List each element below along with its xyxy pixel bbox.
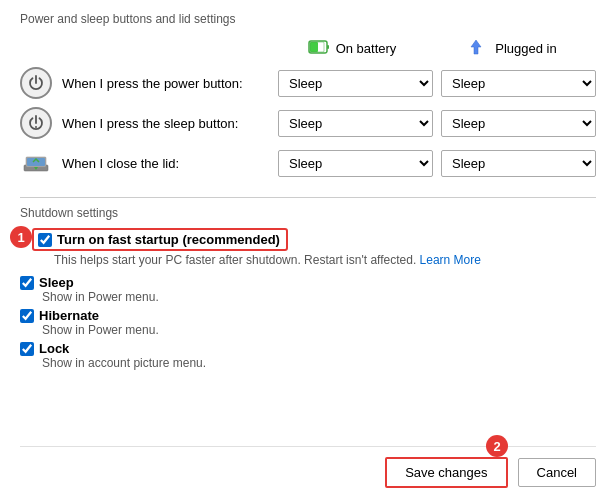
badge-2: 2 [486,435,508,457]
power-button-icon [20,67,52,99]
svg-point-4 [35,126,37,128]
hibernate-option-label[interactable]: Hibernate [39,308,99,323]
lid-dropdowns: Sleep Do nothing Hibernate Shut down Tur… [278,150,596,177]
sleep-button-on-battery-select[interactable]: Sleep Do nothing Hibernate Shut down Tur… [278,110,433,137]
save-changes-button[interactable]: Save changes [385,457,507,488]
sleep-button-on-battery-wrap: Sleep Do nothing Hibernate Shut down Tur… [278,110,433,137]
fast-startup-container: 1 Turn on fast startup (recommended) Thi… [20,228,596,273]
lock-option-row: Lock Show in account picture menu. [20,341,596,370]
lid-row: When I close the lid: Sleep Do nothing H… [20,147,596,179]
lid-on-battery-wrap: Sleep Do nothing Hibernate Shut down Tur… [278,150,433,177]
plugged-in-label: Plugged in [495,41,556,56]
power-button-text: When I press the power button: [62,76,243,91]
lock-checkbox[interactable] [20,342,34,356]
sleep-button-row: When I press the sleep button: Sleep Do … [20,107,596,139]
hibernate-option-top: Hibernate [20,308,596,323]
on-battery-header: On battery [272,36,432,61]
column-headers: On battery Plugged in [20,36,596,61]
lid-icon [20,147,52,179]
section-title: Power and sleep buttons and lid settings [20,12,596,26]
fast-startup-description-text: This helps start your PC faster after sh… [54,253,416,267]
sleep-checkbox[interactable] [20,276,34,290]
sleep-option-desc: Show in Power menu. [42,290,596,304]
hibernate-checkbox[interactable] [20,309,34,323]
lock-option-top: Lock [20,341,596,356]
fast-startup-label[interactable]: Turn on fast startup (recommended) [57,232,280,247]
sleep-button-text: When I press the sleep button: [62,116,238,131]
lid-plugged-in-select[interactable]: Sleep Do nothing Hibernate Shut down Tur… [441,150,596,177]
power-button-label-group: When I press the power button: [20,67,278,99]
power-button-on-battery-select[interactable]: Sleep Do nothing Hibernate Shut down Tur… [278,70,433,97]
power-button-dropdowns: Sleep Do nothing Hibernate Shut down Tur… [278,70,596,97]
sleep-option-row: Sleep Show in Power menu. [20,275,596,304]
plugged-in-header: Plugged in [432,36,592,61]
hibernate-option-desc: Show in Power menu. [42,323,596,337]
svg-rect-2 [310,42,318,52]
sleep-option-top: Sleep [20,275,596,290]
on-battery-label: On battery [336,41,397,56]
shutdown-title: Shutdown settings [20,206,596,220]
learn-more-link[interactable]: Learn More [420,253,481,267]
plugin-icon [467,36,489,61]
sleep-option-label[interactable]: Sleep [39,275,74,290]
power-button-row: When I press the power button: Sleep Do … [20,67,596,99]
lock-option-label[interactable]: Lock [39,341,69,356]
power-button-plugged-in-wrap: Sleep Do nothing Hibernate Shut down Tur… [441,70,596,97]
footer: 2 Save changes Cancel [20,446,596,488]
sleep-button-dropdowns: Sleep Do nothing Hibernate Shut down Tur… [278,110,596,137]
lid-label-group: When I close the lid: [20,147,278,179]
cancel-button[interactable]: Cancel [518,458,596,487]
power-button-on-battery-wrap: Sleep Do nothing Hibernate Shut down Tur… [278,70,433,97]
fast-startup-box: Turn on fast startup (recommended) [32,228,288,251]
hibernate-option-row: Hibernate Show in Power menu. [20,308,596,337]
battery-icon [308,36,330,61]
lock-option-desc: Show in account picture menu. [42,356,596,370]
fast-startup-checkbox[interactable] [38,233,52,247]
power-button-plugged-in-select[interactable]: Sleep Do nothing Hibernate Shut down Tur… [441,70,596,97]
svg-rect-1 [327,45,329,49]
sleep-button-label-group: When I press the sleep button: [20,107,278,139]
lid-text: When I close the lid: [62,156,179,171]
sleep-button-plugged-in-select[interactable]: Sleep Do nothing Hibernate Shut down Tur… [441,110,596,137]
lid-on-battery-select[interactable]: Sleep Do nothing Hibernate Shut down Tur… [278,150,433,177]
sleep-button-plugged-in-wrap: Sleep Do nothing Hibernate Shut down Tur… [441,110,596,137]
lid-plugged-in-wrap: Sleep Do nothing Hibernate Shut down Tur… [441,150,596,177]
badge-1: 1 [10,226,32,248]
fast-startup-row: Turn on fast startup (recommended) [32,228,596,251]
fast-startup-desc: This helps start your PC faster after sh… [54,253,596,267]
section-divider [20,197,596,198]
sleep-button-icon [20,107,52,139]
